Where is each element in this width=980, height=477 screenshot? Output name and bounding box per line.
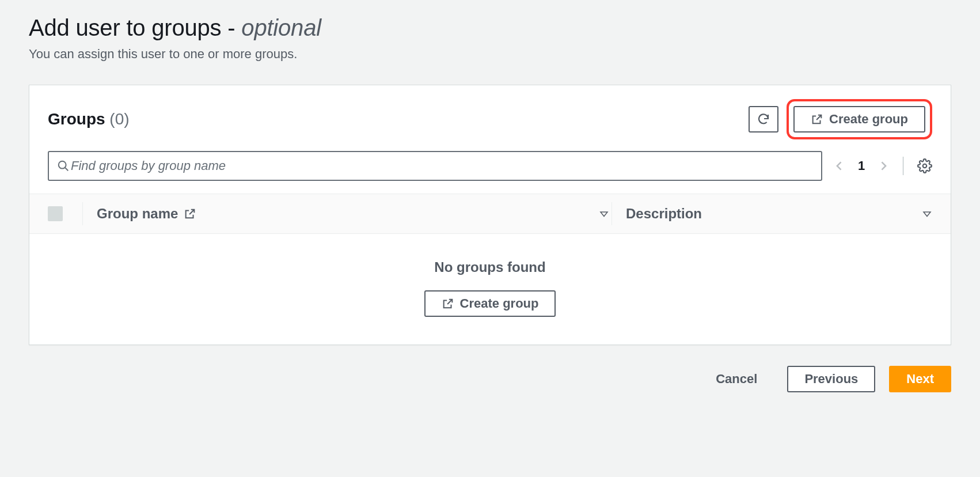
create-group-button[interactable]: Create group <box>793 106 925 132</box>
groups-panel: Groups (0) <box>29 85 951 345</box>
settings-button[interactable] <box>917 158 932 173</box>
next-label: Next <box>906 372 934 387</box>
panel-title-text: Groups <box>48 110 105 128</box>
svg-point-0 <box>59 161 66 169</box>
column-divider <box>82 202 83 225</box>
column-header-group-name[interactable]: Group name <box>97 206 609 222</box>
svg-marker-4 <box>924 212 930 217</box>
page-title: Add user to groups - optional <box>29 15 951 41</box>
sort-icon <box>599 209 609 219</box>
next-button[interactable]: Next <box>889 366 951 392</box>
column-header-description[interactable]: Description <box>626 206 932 222</box>
page-next-button[interactable] <box>878 158 889 174</box>
svg-marker-3 <box>601 212 607 217</box>
pagination: 1 <box>834 157 932 175</box>
external-link-icon <box>442 297 454 310</box>
previous-label: Previous <box>804 372 858 387</box>
page-number: 1 <box>856 158 867 173</box>
refresh-icon <box>757 112 770 126</box>
page-title-sep: - <box>221 15 241 40</box>
wizard-footer: Cancel Previous Next <box>29 366 951 392</box>
create-group-label: Create group <box>829 112 908 127</box>
external-link-icon <box>184 207 196 220</box>
empty-message: No groups found <box>29 259 951 275</box>
external-link-icon <box>811 113 823 126</box>
search-icon <box>57 160 70 172</box>
column-label: Group name <box>97 206 178 222</box>
cancel-label: Cancel <box>716 372 757 387</box>
page-title-main: Add user to groups <box>29 15 221 40</box>
svg-line-1 <box>65 168 69 171</box>
empty-create-group-label: Create group <box>460 296 539 311</box>
panel-title: Groups (0) <box>48 110 749 128</box>
highlight-annotation: Create group <box>787 99 932 139</box>
page-subtitle: You can assign this user to one or more … <box>29 47 951 62</box>
panel-count: (0) <box>109 110 129 128</box>
table-header-row: Group name Description <box>29 194 951 234</box>
select-all-cell <box>48 206 80 221</box>
svg-point-2 <box>923 164 927 168</box>
pager-divider <box>903 157 903 175</box>
panel-header: Groups (0) <box>29 85 951 151</box>
previous-button[interactable]: Previous <box>787 366 875 392</box>
refresh-button[interactable] <box>749 106 778 132</box>
table-empty-state: No groups found Create group <box>29 234 951 344</box>
column-divider <box>611 202 612 225</box>
cancel-button[interactable]: Cancel <box>700 366 773 392</box>
sort-icon <box>922 209 932 219</box>
search-field[interactable] <box>48 151 822 181</box>
page-prev-button[interactable] <box>834 158 845 174</box>
toolbar-row: 1 <box>29 151 951 194</box>
search-input[interactable] <box>70 158 813 174</box>
select-all-checkbox[interactable] <box>48 206 63 221</box>
page-title-suffix: optional <box>241 15 321 40</box>
empty-create-group-button[interactable]: Create group <box>424 290 556 317</box>
column-label: Description <box>626 206 702 222</box>
